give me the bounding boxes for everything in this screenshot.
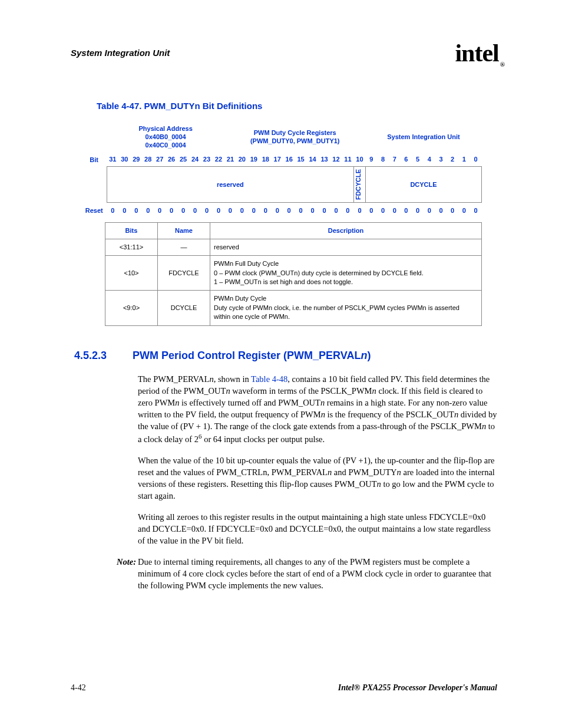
note-label: Note: xyxy=(117,556,138,591)
paragraph-2: When the value of the 10 bit up-counter … xyxy=(138,454,497,502)
intel-logo: intel® xyxy=(455,37,504,70)
description-table: Bits Name Description <31:11> — reserved… xyxy=(105,222,482,326)
unit-name: System Integration Unit xyxy=(387,133,459,140)
content-wrap: Physical Address 0x40B0_0004 0x40C0_0004… xyxy=(81,121,497,591)
registered-mark: ® xyxy=(500,61,504,68)
phys-addr-2: 0x40C0_0004 xyxy=(146,141,186,149)
paragraph-3: Writing all zeroes to this register resu… xyxy=(138,511,497,546)
manual-title: Intel® PXA255 Processor Developer's Manu… xyxy=(338,683,497,694)
section-number: 4.5.2.3 xyxy=(74,348,107,363)
section-title: PWM Period Control Register (PWM_PERVALn… xyxy=(133,348,371,363)
table-row: <10> FDCYCLE PWMn Full Duty Cycle 0 – PW… xyxy=(105,256,482,291)
section-heading: 4.5.2.3 PWM Period Control Register (PWM… xyxy=(74,348,497,363)
phys-addr-label: Physical Address xyxy=(139,125,193,132)
bit-number-row: Bit 31 30 29 28 27 26 25 24 23 22 21 20 … xyxy=(81,153,482,166)
field-reserved: reserved xyxy=(107,167,353,203)
register-bit-table: Physical Address 0x40B0_0004 0x40C0_0004… xyxy=(81,121,482,219)
note-block: Note: Due to internal timing requirement… xyxy=(117,556,497,591)
reset-label: Reset xyxy=(81,203,107,219)
table-row: <31:11> — reserved xyxy=(105,239,482,255)
page-number: 4-42 xyxy=(71,683,86,694)
page: System Integration Unit intel® Table 4-4… xyxy=(0,0,562,728)
note-body: Due to internal timing requirements, all… xyxy=(138,556,497,591)
col-desc: Description xyxy=(210,223,482,239)
col-name: Name xyxy=(158,223,210,239)
reg-name-1: PWM Duty Cycle Registers xyxy=(254,129,336,136)
page-footer: 4-42 Intel® PXA255 Processor Developer's… xyxy=(71,683,497,694)
reset-row: Reset 0 0 0 0 0 0 0 0 0 0 0 0 0 0 0 0 0 … xyxy=(81,203,482,219)
bit-label: Bit xyxy=(81,153,107,166)
field-fdcycle: FDCYCLE xyxy=(353,167,365,203)
table-caption: Table 4-47. PWM_DUTYn Bit Definitions xyxy=(97,100,497,112)
field-dcycle: DCYCLE xyxy=(366,167,482,203)
running-head: System Integration Unit xyxy=(71,47,497,59)
reg-name-2: (PWM_DUTY0, PWM_DUTY1) xyxy=(250,137,340,144)
link-table-4-48[interactable]: Table 4-48 xyxy=(251,374,287,384)
col-bits: Bits xyxy=(105,223,158,239)
logo-text: intel xyxy=(455,39,498,67)
paragraph-1: The PWM_PERVALn, shown in Table 4-48, co… xyxy=(138,373,497,445)
bit-field-row: reserved FDCYCLE DCYCLE xyxy=(81,167,482,203)
body-text: The PWM_PERVALn, shown in Table 4-48, co… xyxy=(138,373,497,546)
table-row: <9:0> DCYCLE PWMn Duty Cycle Duty cycle … xyxy=(105,291,482,325)
phys-addr-1: 0x40B0_0004 xyxy=(146,133,186,140)
